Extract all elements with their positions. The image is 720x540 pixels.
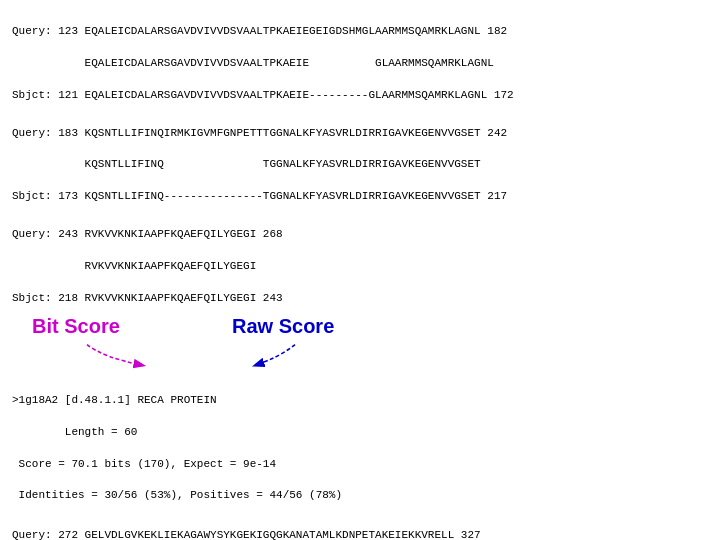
sbjct-line: Sbjct: 121 EQALEICDALARSGAVDVIVVDSVAALTP… [12,89,514,101]
hit-block-1: >1g18A2 [d.48.1.1] RECA PROTEIN Length =… [12,377,708,505]
hit1-sequence-block: Query: 272 GELVDLGVKEKLIEKAGAWYSYKGEKIGQ… [12,512,708,540]
hit-score-1: Score = 70.1 bits (170), Expect = 9e-14 [12,458,276,470]
match-line: EQALEICDALARSGAVDVIVVDSVAALTPKAEIE GLAAR… [12,57,494,69]
sequence-block-1: Query: 123 EQALEICDALARSGAVDVIVVDSVAALTP… [12,8,708,104]
raw-score-label: Raw Score [232,315,334,338]
raw-score-arrow [242,343,332,371]
sbjct-line: Sbjct: 173 KQSNTLLIFINQ---------------TG… [12,190,507,202]
sbjct-line: Sbjct: 218 RVKVVKNKIAAPFKQAEFQILYGEGI 24… [12,292,283,304]
bit-score-arrow [72,343,182,371]
annotation-area: Bit Score Raw Score [12,313,708,373]
bit-score-label: Bit Score [32,315,120,338]
sequence-block-3: Query: 243 RVKVVKNKIAAPFKQAEFQILYGEGI 26… [12,211,708,307]
hit-length-1: Length = 60 [12,426,137,438]
query-line: Query: 243 RVKVVKNKIAAPFKQAEFQILYGEGI 26… [12,228,283,240]
match-line: RVKVVKNKIAAPFKQAEFQILYGEGI [12,260,256,272]
hit-title-1: >1g18A2 [d.48.1.1] RECA PROTEIN [12,394,217,406]
query-line: Query: 123 EQALEICDALARSGAVDVIVVDSVAALTP… [12,25,507,37]
sequence-block-2: Query: 183 KQSNTLLIFINQIRMKIGVMFGNPETTTG… [12,110,708,206]
hit-identities-1: Identities = 30/56 (53%), Positives = 44… [12,489,342,501]
match-line: KQSNTLLIFINQ TGGNALKFYASVRLDIRRIGAVKEGEN… [12,158,481,170]
query-line: Query: 272 GELVDLGVKEKLIEKAGAWYSYKGEKIGQ… [12,529,481,540]
query-line: Query: 183 KQSNTLLIFINQIRMKIGVMFGNPETTTG… [12,127,507,139]
